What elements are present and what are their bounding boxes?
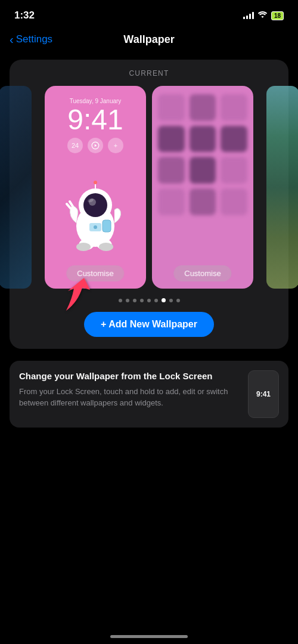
peek-left-wallpaper: [0, 86, 32, 289]
peek-right-wallpaper: [266, 86, 298, 289]
app-grid: [158, 94, 247, 215]
widget-circle-2: [88, 138, 103, 153]
home-screen-customise-button[interactable]: Customise: [173, 265, 231, 281]
svg-rect-9: [103, 220, 111, 232]
svg-point-15: [94, 225, 97, 229]
page-title: Wallpaper: [123, 33, 174, 46]
astronaut-illustration: [60, 175, 131, 253]
status-time: 1:32: [14, 10, 35, 21]
previews-container: Tuesday, 9 January 9:41 24 +: [17, 86, 281, 289]
home-screen-preview[interactable]: Customise: [152, 86, 253, 289]
home-screen-bg: Customise: [152, 86, 253, 289]
back-label: Settings: [16, 33, 52, 45]
dot-7-active: [162, 298, 166, 302]
lock-time: 9:41: [45, 106, 146, 134]
widget-circle-3: +: [108, 138, 123, 153]
svg-point-13: [99, 243, 113, 251]
app-icon: [158, 157, 185, 184]
battery-level: 18: [271, 11, 284, 20]
status-icons: 18: [243, 11, 284, 20]
dot-4: [140, 299, 144, 302]
app-icon: [158, 126, 185, 153]
home-indicator[interactable]: [110, 635, 188, 638]
main-content: CURRENT Tuesday, 9 January 9:41 24: [0, 52, 298, 349]
svg-line-7: [67, 204, 70, 208]
dot-9: [176, 299, 180, 302]
add-new-wallpaper-button[interactable]: + Add New Wallpaper: [84, 312, 214, 337]
info-phone-time: 9:41: [256, 390, 271, 398]
wifi-icon: [257, 11, 268, 20]
lock-date: Tuesday, 9 January: [45, 86, 146, 104]
lock-widgets: 24 +: [45, 138, 146, 153]
svg-marker-1: [95, 144, 97, 147]
dot-5: [147, 299, 151, 302]
app-icon: [158, 94, 185, 121]
app-icon: [221, 157, 247, 184]
info-text: Change your Wallpaper from the Lock Scre…: [19, 370, 241, 409]
dot-6: [154, 299, 158, 302]
dot-8: [169, 299, 173, 302]
signal-icon: [243, 12, 254, 19]
svg-line-8: [70, 202, 73, 206]
svg-point-4: [83, 193, 107, 217]
widget-circle-1: 24: [67, 138, 83, 153]
svg-point-17: [94, 181, 97, 184]
info-description: From your Lock Screen, touch and hold to…: [19, 386, 241, 409]
app-icon: [190, 188, 216, 215]
app-icon: [221, 126, 247, 153]
info-phone-preview: 9:41: [248, 370, 279, 418]
back-button[interactable]: ‹ Settings: [10, 33, 52, 45]
info-title: Change your Wallpaper from the Lock Scre…: [19, 370, 241, 382]
info-card: Change your Wallpaper from the Lock Scre…: [10, 361, 288, 428]
dot-3: [133, 299, 136, 302]
pagination-dots: [17, 298, 281, 302]
nav-bar: ‹ Settings Wallpaper: [0, 26, 298, 52]
current-label: CURRENT: [17, 69, 281, 78]
dot-1: [119, 299, 122, 302]
app-icon: [221, 188, 247, 215]
app-icon: [190, 94, 216, 121]
lock-screen-customise-button[interactable]: Customise: [66, 265, 124, 281]
app-icon: [190, 157, 216, 184]
svg-point-12: [76, 243, 91, 251]
app-icon: [221, 94, 247, 121]
dot-2: [126, 299, 129, 302]
app-icon: [190, 126, 216, 153]
status-bar: 1:32 18: [0, 0, 298, 26]
app-icon: [158, 188, 185, 215]
lock-screen-preview[interactable]: Tuesday, 9 January 9:41 24 +: [45, 86, 146, 289]
lock-screen-bg: Tuesday, 9 January 9:41 24 +: [45, 86, 146, 289]
back-chevron-icon: ‹: [10, 33, 14, 45]
wallpaper-card: CURRENT Tuesday, 9 January 9:41 24: [10, 60, 288, 349]
